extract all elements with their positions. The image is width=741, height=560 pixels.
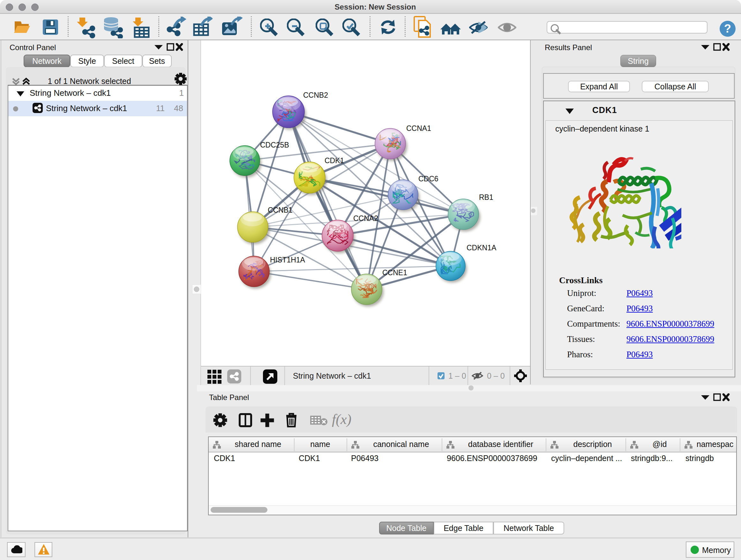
svg-text:HIST1H1A: HIST1H1A	[270, 256, 306, 264]
svg-text:CDC6: CDC6	[418, 175, 439, 183]
svg-text:CCNE1: CCNE1	[382, 268, 407, 277]
svg-text:RB1: RB1	[479, 193, 493, 201]
svg-text:CCNB1: CCNB1	[268, 206, 293, 214]
svg-text:CCNA2: CCNA2	[353, 214, 378, 223]
svg-text:?: ?	[724, 22, 731, 35]
svg-text:CDKN1A: CDKN1A	[467, 244, 496, 252]
svg-text:CCNA1: CCNA1	[406, 124, 431, 132]
svg-text:CDC25B: CDC25B	[260, 141, 289, 149]
svg-text:CCNB2: CCNB2	[303, 91, 328, 99]
svg-text:CDK1: CDK1	[325, 157, 344, 165]
